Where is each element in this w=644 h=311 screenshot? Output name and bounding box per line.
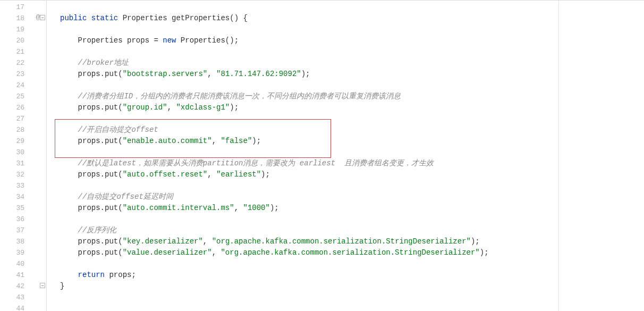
token-str: "1000" (243, 204, 269, 212)
fold-close-icon[interactable] (40, 283, 45, 288)
line-number[interactable]: 37 (0, 225, 30, 236)
line-number-gutter[interactable]: 1718192021222324252627282930313233343536… (0, 1, 30, 311)
line-number[interactable]: 35 (0, 203, 30, 214)
code-line[interactable]: props.put("value.deserializer", "org.apa… (60, 247, 644, 258)
line-number[interactable]: 38 (0, 236, 30, 247)
line-number[interactable]: 24 (0, 80, 30, 91)
code-line[interactable] (60, 214, 644, 225)
code-line[interactable]: //反序列化 (60, 225, 644, 236)
code-line[interactable]: props.put("group.id", "xdclass-g1"); (60, 102, 644, 113)
code-line[interactable] (60, 2, 644, 13)
code-line[interactable]: props.put("auto.offset.reset", "earliest… (60, 169, 644, 180)
line-number[interactable]: 43 (0, 292, 30, 303)
code-line[interactable] (60, 24, 644, 35)
code-line[interactable] (60, 303, 644, 311)
token-ident: ); (471, 237, 480, 246)
code-line[interactable]: props.put("auto.commit.interval.ms", "10… (60, 203, 644, 214)
token-str: "value.deserializer" (123, 248, 212, 257)
token-ident: ); (230, 103, 239, 112)
code-line[interactable]: //消费者分组ID，分组内的消费者只能消费该消息一次，不同分组内的消费者可以重复… (60, 91, 644, 102)
token-ident: ); (252, 137, 261, 145)
code-content[interactable]: public static Properties getProperties()… (47, 1, 644, 311)
token-str: "false" (221, 137, 252, 145)
token-ident: props; (109, 271, 135, 279)
code-line[interactable]: Properties props = new Properties(); (60, 35, 644, 46)
token-ident: ); (301, 70, 310, 78)
token-ident: props.put( (78, 170, 123, 179)
token-str: "xdclass-g1" (176, 103, 230, 112)
code-line[interactable]: //开启自动提交offset (60, 124, 644, 136)
token-ident: props.put( (78, 204, 123, 212)
line-number[interactable]: 27 (0, 113, 30, 124)
token-ident: } (60, 282, 64, 290)
token-str: "auto.offset.reset" (123, 170, 208, 179)
code-line[interactable]: } (60, 281, 644, 292)
line-number[interactable]: 22 (0, 57, 30, 69)
token-str: "earliest" (216, 170, 261, 179)
token-ident: Properties props = (78, 36, 163, 45)
code-line[interactable]: return props; (60, 270, 644, 281)
line-number[interactable]: 20 (0, 35, 30, 46)
token-ident: , (234, 204, 243, 212)
token-ident: Properties(); (181, 36, 239, 45)
token-ident: , (207, 70, 216, 78)
tab-indicator (0, 0, 116, 1)
line-number[interactable]: 42 (0, 281, 30, 292)
line-number[interactable]: 40 (0, 258, 30, 270)
token-ident: () { (230, 14, 248, 22)
fold-gutter[interactable] (38, 1, 47, 311)
line-number[interactable]: 26 (0, 102, 30, 113)
token-ident: , (212, 248, 221, 257)
line-number[interactable]: 33 (0, 180, 30, 191)
token-str: "enable.auto.commit" (123, 137, 212, 145)
token-kw: new (163, 36, 181, 45)
token-kw: public (60, 14, 91, 22)
line-number[interactable]: 21 (0, 46, 30, 57)
token-mname: getProperties (172, 14, 230, 22)
code-line[interactable] (60, 113, 644, 124)
token-cm: //默认是latest，如果需要从头消费partition消息，需要改为 ear… (78, 159, 434, 167)
line-number[interactable]: 25 (0, 91, 30, 102)
line-number[interactable]: 18 (0, 13, 30, 24)
code-line[interactable]: props.put("bootstrap.servers", "81.71.14… (60, 69, 644, 80)
code-line[interactable] (60, 147, 644, 158)
line-number[interactable]: 23 (0, 69, 30, 80)
line-number[interactable]: 17 (0, 2, 30, 13)
code-line[interactable]: //自动提交offset延迟时间 (60, 191, 644, 203)
line-number[interactable]: 44 (0, 303, 30, 311)
line-number[interactable]: 19 (0, 24, 30, 35)
code-line[interactable]: //默认是latest，如果需要从头消费partition消息，需要改为 ear… (60, 158, 644, 169)
code-editor[interactable]: fka 171819202122232425262728293031323334… (0, 0, 644, 311)
code-line[interactable] (60, 80, 644, 91)
code-line[interactable] (60, 258, 644, 270)
code-line[interactable]: public static Properties getProperties()… (60, 13, 644, 24)
token-ident: props.put( (78, 137, 123, 145)
line-number[interactable]: 31 (0, 158, 30, 169)
token-str: "auto.commit.interval.ms" (123, 204, 234, 212)
token-str: "81.71.147.62:9092" (216, 70, 301, 78)
line-number[interactable]: 29 (0, 136, 30, 147)
token-ident: , (207, 170, 216, 179)
fold-open-icon[interactable] (40, 15, 45, 20)
line-number[interactable]: 30 (0, 147, 30, 158)
token-kw: return (78, 271, 109, 279)
token-kw: static (91, 14, 123, 22)
code-line[interactable] (60, 292, 644, 303)
line-number[interactable]: 39 (0, 247, 30, 258)
code-line[interactable]: props.put("enable.auto.commit", "false")… (60, 136, 644, 147)
line-number[interactable]: 41 (0, 270, 30, 281)
code-line[interactable] (60, 46, 644, 57)
token-str: "org.apache.kafka.common.serialization.S… (212, 237, 471, 246)
token-ident: ); (480, 248, 489, 257)
line-number[interactable]: 36 (0, 214, 30, 225)
line-number[interactable]: 32 (0, 169, 30, 180)
code-line[interactable]: props.put("key.deserializer", "org.apach… (60, 236, 644, 247)
token-ident: Properties (123, 14, 172, 22)
token-str: "key.deserializer" (123, 237, 203, 246)
line-number[interactable]: 34 (0, 191, 30, 203)
token-ident: ); (270, 204, 279, 212)
token-ident: , (212, 137, 221, 145)
line-number[interactable]: 28 (0, 124, 30, 136)
code-line[interactable]: //broker地址 (60, 57, 644, 69)
code-line[interactable] (60, 180, 644, 191)
